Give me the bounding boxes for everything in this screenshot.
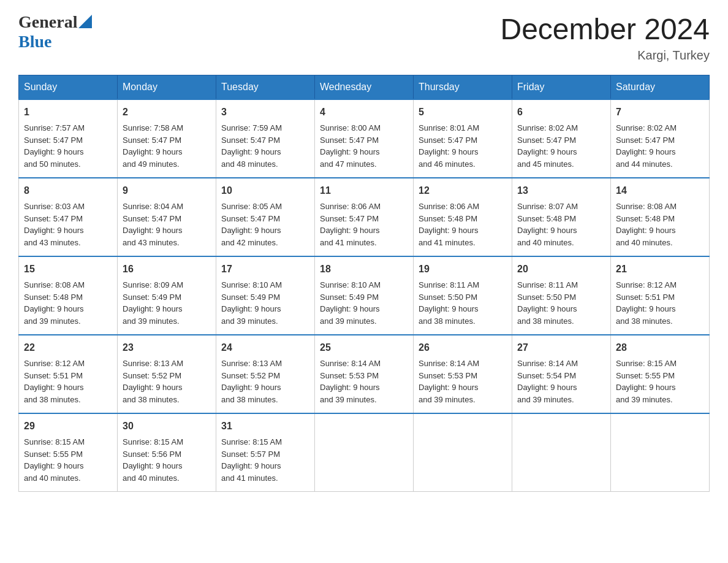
day-number: 27 xyxy=(517,340,605,355)
sunrise: Sunrise: 8:11 AM xyxy=(419,280,479,289)
sunrise: Sunrise: 8:07 AM xyxy=(517,202,578,211)
calendar-cell: 4Sunrise: 8:00 AMSunset: 5:47 PMDaylight… xyxy=(315,99,414,178)
sunset: Sunset: 5:54 PM xyxy=(517,371,576,380)
calendar-cell: 17Sunrise: 8:10 AMSunset: 5:49 PMDayligh… xyxy=(216,256,315,335)
location: Kargi, Turkey xyxy=(500,48,710,63)
day-number: 26 xyxy=(419,340,507,355)
daylight-minutes: and 39 minutes. xyxy=(419,395,476,404)
daylight: Daylight: 9 hours xyxy=(320,147,380,156)
day-number: 21 xyxy=(616,262,704,277)
calendar-week-1: 1Sunrise: 7:57 AMSunset: 5:47 PMDaylight… xyxy=(19,99,710,178)
sunset: Sunset: 5:55 PM xyxy=(616,371,675,380)
calendar-cell: 8Sunrise: 8:03 AMSunset: 5:47 PMDaylight… xyxy=(19,178,118,256)
sunset: Sunset: 5:47 PM xyxy=(320,136,379,145)
calendar-week-3: 15Sunrise: 8:08 AMSunset: 5:48 PMDayligh… xyxy=(19,256,710,335)
weekday-header-sunday: Sunday xyxy=(19,75,118,100)
sunrise: Sunrise: 8:14 AM xyxy=(320,359,381,368)
sunset: Sunset: 5:55 PM xyxy=(24,450,83,459)
sunset: Sunset: 5:47 PM xyxy=(616,136,675,145)
calendar-cell: 13Sunrise: 8:07 AMSunset: 5:48 PMDayligh… xyxy=(512,178,611,256)
daylight: Daylight: 9 hours xyxy=(419,383,479,392)
day-number: 1 xyxy=(24,105,112,120)
weekday-header-wednesday: Wednesday xyxy=(315,75,414,100)
daylight-minutes: and 42 minutes. xyxy=(221,238,278,247)
daylight-minutes: and 45 minutes. xyxy=(517,159,574,169)
daylight: Daylight: 9 hours xyxy=(419,147,479,156)
sunrise: Sunrise: 8:06 AM xyxy=(320,202,381,211)
calendar-cell: 1Sunrise: 7:57 AMSunset: 5:47 PMDaylight… xyxy=(19,99,118,178)
sunset: Sunset: 5:47 PM xyxy=(24,214,83,223)
daylight-minutes: and 41 minutes. xyxy=(419,238,476,247)
sunrise: Sunrise: 8:01 AM xyxy=(419,123,479,132)
sunset: Sunset: 5:47 PM xyxy=(419,136,477,145)
day-number: 29 xyxy=(24,419,112,434)
daylight: Daylight: 9 hours xyxy=(419,226,479,235)
sunset: Sunset: 5:50 PM xyxy=(419,293,477,302)
sunset: Sunset: 5:50 PM xyxy=(517,293,576,302)
logo-general-text: General xyxy=(18,12,77,32)
daylight-minutes: and 48 minutes. xyxy=(221,159,278,169)
sunset: Sunset: 5:51 PM xyxy=(616,293,675,302)
calendar-cell: 26Sunrise: 8:14 AMSunset: 5:53 PMDayligh… xyxy=(414,335,512,413)
day-number: 15 xyxy=(24,262,112,277)
sunset: Sunset: 5:48 PM xyxy=(517,214,576,223)
daylight: Daylight: 9 hours xyxy=(517,304,577,313)
daylight-minutes: and 38 minutes. xyxy=(419,316,476,326)
day-number: 13 xyxy=(517,183,605,198)
month-title: December 2024 xyxy=(500,12,710,46)
calendar-cell: 23Sunrise: 8:13 AMSunset: 5:52 PMDayligh… xyxy=(118,335,216,413)
day-number: 18 xyxy=(320,262,408,277)
calendar-cell: 20Sunrise: 8:11 AMSunset: 5:50 PMDayligh… xyxy=(512,256,611,335)
calendar-cell: 18Sunrise: 8:10 AMSunset: 5:49 PMDayligh… xyxy=(315,256,414,335)
daylight-minutes: and 39 minutes. xyxy=(24,316,81,326)
sunset: Sunset: 5:48 PM xyxy=(24,293,83,302)
sunset: Sunset: 5:47 PM xyxy=(320,214,379,223)
day-number: 23 xyxy=(123,340,211,355)
sunset: Sunset: 5:53 PM xyxy=(320,371,379,380)
calendar-cell: 6Sunrise: 8:02 AMSunset: 5:47 PMDaylight… xyxy=(512,99,611,178)
daylight: Daylight: 9 hours xyxy=(320,304,380,313)
daylight: Daylight: 9 hours xyxy=(24,304,84,313)
day-number: 5 xyxy=(419,105,507,120)
sunrise: Sunrise: 8:08 AM xyxy=(24,280,85,289)
daylight-minutes: and 38 minutes. xyxy=(517,316,574,326)
daylight-minutes: and 43 minutes. xyxy=(24,238,81,247)
calendar-cell: 19Sunrise: 8:11 AMSunset: 5:50 PMDayligh… xyxy=(414,256,512,335)
sunset: Sunset: 5:49 PM xyxy=(320,293,379,302)
daylight-minutes: and 38 minutes. xyxy=(616,316,673,326)
day-number: 25 xyxy=(320,340,408,355)
sunrise: Sunrise: 8:13 AM xyxy=(123,359,183,368)
daylight: Daylight: 9 hours xyxy=(221,383,281,392)
sunrise: Sunrise: 8:14 AM xyxy=(517,359,578,368)
daylight-minutes: and 39 minutes. xyxy=(320,395,377,404)
daylight: Daylight: 9 hours xyxy=(123,304,183,313)
page-header: General Blue December 2024 Kargi, Turkey xyxy=(18,12,710,63)
daylight-minutes: and 41 minutes. xyxy=(221,473,278,483)
sunset: Sunset: 5:51 PM xyxy=(24,371,83,380)
title-section: December 2024 Kargi, Turkey xyxy=(500,12,710,63)
daylight: Daylight: 9 hours xyxy=(123,383,183,392)
daylight-minutes: and 38 minutes. xyxy=(24,395,81,404)
daylight-minutes: and 40 minutes. xyxy=(517,238,574,247)
day-number: 19 xyxy=(419,262,507,277)
daylight-minutes: and 50 minutes. xyxy=(24,159,81,169)
daylight-minutes: and 49 minutes. xyxy=(123,159,180,169)
sunrise: Sunrise: 8:08 AM xyxy=(616,202,677,211)
sunrise: Sunrise: 8:14 AM xyxy=(419,359,479,368)
sunset: Sunset: 5:52 PM xyxy=(123,371,181,380)
daylight-minutes: and 46 minutes. xyxy=(419,159,476,169)
calendar-cell: 12Sunrise: 8:06 AMSunset: 5:48 PMDayligh… xyxy=(414,178,512,256)
daylight-minutes: and 44 minutes. xyxy=(616,159,673,169)
weekday-header-friday: Friday xyxy=(512,75,611,100)
daylight-minutes: and 39 minutes. xyxy=(123,316,180,326)
day-number: 12 xyxy=(419,183,507,198)
sunrise: Sunrise: 8:02 AM xyxy=(517,123,578,132)
day-number: 4 xyxy=(320,105,408,120)
day-number: 22 xyxy=(24,340,112,355)
day-number: 28 xyxy=(616,340,704,355)
daylight: Daylight: 9 hours xyxy=(616,304,676,313)
calendar-cell: 22Sunrise: 8:12 AMSunset: 5:51 PMDayligh… xyxy=(19,335,118,413)
calendar-week-4: 22Sunrise: 8:12 AMSunset: 5:51 PMDayligh… xyxy=(19,335,710,413)
calendar-cell xyxy=(611,413,710,492)
weekday-header-tuesday: Tuesday xyxy=(216,75,315,100)
